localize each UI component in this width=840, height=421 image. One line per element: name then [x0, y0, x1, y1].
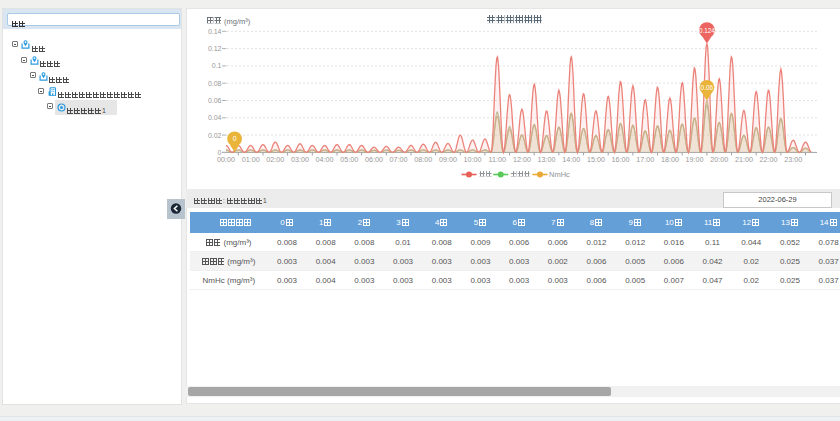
svg-text:0: 0 [233, 135, 237, 142]
svg-text:05:00: 05:00 [340, 155, 358, 164]
svg-text:13:00: 13:00 [538, 155, 556, 164]
svg-text:0.124: 0.124 [699, 27, 715, 34]
svg-text:(mg/m³): (mg/m³) [224, 17, 251, 26]
svg-text:14:00: 14:00 [562, 155, 580, 164]
svg-text:0.12: 0.12 [208, 45, 222, 52]
svg-text:00:00: 00:00 [217, 155, 235, 164]
svg-text:16:00: 16:00 [612, 155, 630, 164]
svg-text:03:00: 03:00 [291, 155, 309, 164]
svg-text:02:00: 02:00 [266, 155, 284, 164]
svg-text:17:00: 17:00 [636, 155, 654, 164]
svg-text:22:00: 22:00 [760, 155, 778, 164]
svg-text:0.02: 0.02 [208, 132, 222, 139]
svg-text:23:00: 23:00 [784, 155, 802, 164]
svg-text:11:00: 11:00 [489, 155, 506, 164]
svg-text:04:00: 04:00 [316, 155, 334, 164]
svg-text:0.06: 0.06 [208, 97, 222, 104]
svg-text:21:00: 21:00 [735, 155, 753, 164]
svg-text:20:00: 20:00 [710, 155, 728, 164]
svg-text:0.06: 0.06 [701, 84, 714, 91]
svg-text:0.08: 0.08 [208, 80, 222, 87]
svg-text:01:00: 01:00 [242, 155, 260, 164]
svg-text:19:00: 19:00 [686, 155, 704, 164]
svg-text:08:00: 08:00 [414, 155, 432, 164]
svg-text:0.04: 0.04 [208, 114, 222, 121]
svg-text:09:00: 09:00 [439, 155, 457, 164]
svg-text:15:00: 15:00 [587, 155, 605, 164]
svg-text:06:00: 06:00 [365, 155, 383, 164]
svg-text:0.14: 0.14 [208, 28, 222, 35]
svg-text:07:00: 07:00 [390, 155, 408, 164]
svg-text:10:00: 10:00 [464, 155, 482, 164]
svg-text:NmHc: NmHc [549, 170, 570, 179]
svg-text:18:00: 18:00 [661, 155, 679, 164]
svg-text:0.1: 0.1 [212, 62, 222, 69]
svg-text:12:00: 12:00 [513, 155, 531, 164]
